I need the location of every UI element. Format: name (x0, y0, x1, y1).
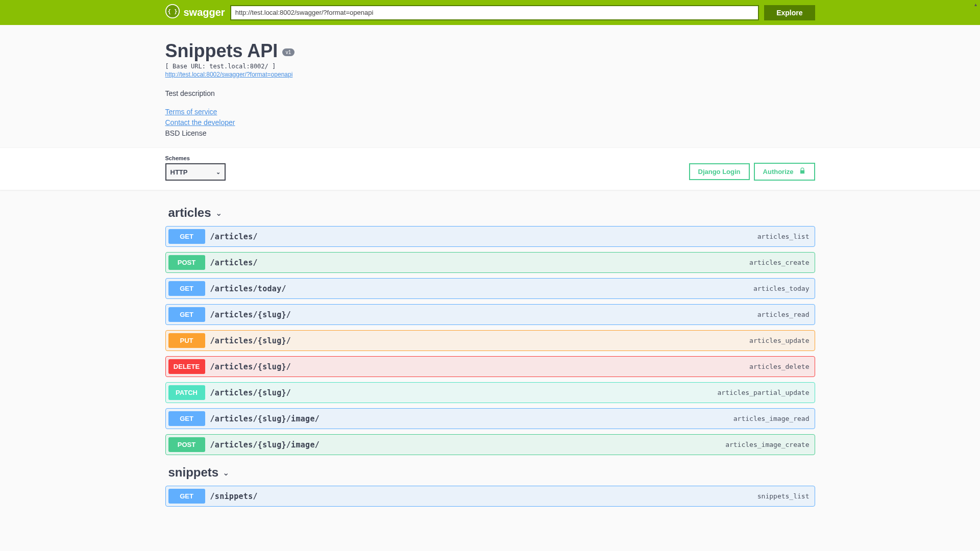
op-id: articles_delete (749, 363, 809, 370)
method-badge: PUT (168, 333, 205, 348)
method-badge: GET (168, 229, 205, 244)
op-path: /articles/{slug}/ (210, 336, 750, 345)
method-badge: DELETE (168, 359, 205, 374)
opblock-snippets_list[interactable]: GET/snippets/snippets_list (165, 486, 815, 507)
tag-articles[interactable]: articles ⌄ (165, 201, 815, 226)
op-id: articles_update (749, 337, 809, 344)
op-path: /articles/today/ (210, 284, 753, 293)
chevron-down-icon: ⌄ (215, 208, 222, 218)
op-path: /articles/{slug}/image/ (210, 440, 726, 449)
opblock-articles_create[interactable]: POST/articles/articles_create (165, 252, 815, 273)
opblock-articles_read[interactable]: GET/articles/{slug}/articles_read (165, 304, 815, 325)
version-badge: v1 (282, 48, 295, 56)
api-description: Test description (165, 89, 815, 97)
django-login-button[interactable]: Django Login (689, 163, 750, 180)
opblock-articles_update[interactable]: PUT/articles/{slug}/articles_update (165, 330, 815, 351)
chevron-down-icon: ⌄ (223, 468, 229, 478)
op-id: articles_list (757, 233, 810, 240)
method-badge: GET (168, 489, 205, 504)
swagger-logo-text: swagger (184, 7, 225, 18)
op-path: /articles/ (210, 232, 757, 241)
scheme-bar: Schemes HTTP ⌄ Django Login Authorize (0, 147, 980, 190)
method-badge: POST (168, 255, 205, 270)
op-id: articles_partial_update (717, 389, 809, 396)
api-title: Snippets API (165, 40, 278, 61)
tag-snippets[interactable]: snippets ⌄ (165, 460, 815, 486)
op-path: /articles/{slug}/ (210, 388, 718, 397)
opblock-articles_image_create[interactable]: POST/articles/{slug}/image/articles_imag… (165, 434, 815, 455)
opblock-articles_image_read[interactable]: GET/articles/{slug}/image/articles_image… (165, 408, 815, 429)
lock-icon (799, 167, 806, 176)
topbar: { } swagger Explore (0, 0, 980, 25)
django-login-label: Django Login (698, 168, 741, 176)
spec-url-link[interactable]: http://test.local:8002/swagger/?format=o… (165, 71, 815, 78)
schemes-label: Schemes (165, 155, 226, 161)
spec-url-input[interactable] (230, 5, 759, 20)
op-path: /articles/ (210, 258, 750, 267)
opblock-articles_delete[interactable]: DELETE/articles/{slug}/articles_delete (165, 356, 815, 377)
authorize-label: Authorize (763, 168, 794, 176)
op-path: /articles/{slug}/image/ (210, 414, 733, 423)
op-id: articles_read (757, 311, 810, 318)
method-badge: GET (168, 281, 205, 296)
chevron-down-icon: ⌄ (216, 169, 220, 176)
contact-developer-link[interactable]: Contact the developer (165, 118, 815, 127)
op-path: /snippets/ (210, 492, 757, 501)
scheme-selected-value: HTTP (170, 168, 188, 176)
op-path: /articles/{slug}/ (210, 310, 757, 319)
info-section: Snippets API v1 [ Base URL: test.local:8… (165, 25, 815, 147)
tag-articles-name: articles (168, 206, 211, 220)
swagger-logo[interactable]: { } swagger (165, 4, 225, 21)
method-badge: GET (168, 307, 205, 322)
base-url: [ Base URL: test.local:8002/ ] (165, 63, 815, 70)
op-id: articles_image_create (725, 441, 809, 448)
license-text: BSD License (165, 129, 815, 137)
terms-of-service-link[interactable]: Terms of service (165, 108, 815, 116)
opblock-articles_partial_update[interactable]: PATCH/articles/{slug}/articles_partial_u… (165, 382, 815, 403)
op-id: snippets_list (757, 492, 810, 500)
op-id: articles_today (753, 285, 810, 292)
authorize-button[interactable]: Authorize (754, 163, 815, 181)
method-badge: GET (168, 411, 205, 426)
method-badge: POST (168, 437, 205, 452)
op-id: articles_create (749, 259, 809, 266)
tag-snippets-name: snippets (168, 465, 219, 480)
method-badge: PATCH (168, 385, 205, 400)
swagger-logo-icon: { } (165, 4, 180, 21)
svg-text:{ }: { } (167, 8, 177, 14)
opblock-articles_list[interactable]: GET/articles/articles_list (165, 226, 815, 247)
op-id: articles_image_read (733, 415, 810, 422)
scheme-select[interactable]: HTTP ⌄ (165, 163, 226, 181)
scrollbar-top-arrow[interactable]: ▴ (972, 1, 979, 8)
opblock-articles_today[interactable]: GET/articles/today/articles_today (165, 278, 815, 299)
explore-button[interactable]: Explore (764, 5, 815, 20)
operations-section: articles ⌄ GET/articles/articles_listPOS… (165, 190, 815, 507)
op-path: /articles/{slug}/ (210, 362, 750, 371)
